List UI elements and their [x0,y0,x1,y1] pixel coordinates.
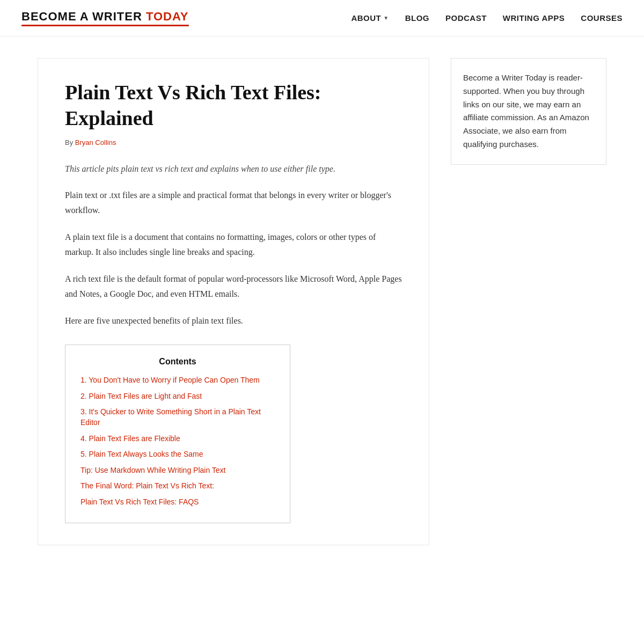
author-name: Bryan Collins [75,138,116,147]
page-wrapper: Plain Text Vs Rich Text Files: Explained… [16,36,628,567]
list-item: 4. Plain Text Files are Flexible [80,434,275,444]
table-of-contents: Contents 1. You Don't Have to Worry if P… [65,345,290,523]
nav-item-about[interactable]: ABOUT ▼ [351,13,389,23]
logo-text-highlight: TODAY [146,10,189,23]
toc-label-1: 1. You Don't Have to Worry if People Can… [80,376,260,384]
author-prefix: By [65,138,75,147]
toc-link-1[interactable]: 1. You Don't Have to Worry if People Can… [80,376,260,384]
nav-item-courses[interactable]: COURSES [581,13,623,23]
site-logo[interactable]: BECOME A WRITER TODAY [21,10,189,26]
article-title: Plain Text Vs Rich Text Files: Explained [65,80,402,131]
nav-label-writing-apps: WRITING APPS [503,13,565,23]
toc-label-2: 2. Plain Text Files are Light and Fast [80,392,202,400]
toc-title: Contents [80,357,275,367]
article-paragraph-2: A plain text file is a document that con… [65,230,402,260]
toc-label-3: 3. It's Quicker to Write Something Short… [80,407,261,427]
list-item: The Final Word: Plain Text Vs Rich Text: [80,481,275,492]
logo-text-before: BECOME A WRITER [21,10,146,23]
toc-link-5[interactable]: 5. Plain Text Always Looks the Same [80,450,203,458]
list-item: 1. You Don't Have to Worry if People Can… [80,375,275,386]
chevron-down-icon: ▼ [383,15,389,21]
article-paragraph-1: Plain text or .txt files are a simple an… [65,188,402,218]
article-main: Plain Text Vs Rich Text Files: Explained… [38,58,429,545]
toc-link-final[interactable]: The Final Word: Plain Text Vs Rich Text: [80,481,214,490]
nav-item-podcast[interactable]: PODCAST [445,13,487,23]
nav-label-courses: COURSES [581,13,623,23]
nav-item-writing-apps[interactable]: WRITING APPS [503,13,565,23]
toc-link-3[interactable]: 3. It's Quicker to Write Something Short… [80,407,261,427]
toc-label-tip: Tip: Use Markdown While Writing Plain Te… [80,466,226,474]
article-body: Plain text or .txt files are a simple an… [65,188,402,328]
toc-link-2[interactable]: 2. Plain Text Files are Light and Fast [80,392,202,400]
list-item: 5. Plain Text Always Looks the Same [80,449,275,460]
nav-label-podcast: PODCAST [445,13,487,23]
nav-label-blog: BLOG [405,13,429,23]
toc-list: 1. You Don't Have to Worry if People Can… [80,375,275,507]
toc-label-final: The Final Word: Plain Text Vs Rich Text: [80,481,214,490]
list-item: 2. Plain Text Files are Light and Fast [80,391,275,402]
article-paragraph-4: Here are five unexpected benefits of pla… [65,313,402,328]
list-item: Plain Text Vs Rich Text Files: FAQS [80,497,275,508]
logo-underline [21,25,189,26]
toc-label-5: 5. Plain Text Always Looks the Same [80,450,203,458]
toc-link-4[interactable]: 4. Plain Text Files are Flexible [80,434,180,443]
article-intro: This article pits plain text vs rich tex… [65,162,402,176]
nav-item-blog[interactable]: BLOG [405,13,429,23]
list-item: 3. It's Quicker to Write Something Short… [80,407,275,428]
list-item: Tip: Use Markdown While Writing Plain Te… [80,465,275,476]
toc-label-4: 4. Plain Text Files are Flexible [80,434,180,443]
affiliate-disclosure-text: Become a Writer Today is reader-supporte… [463,71,594,151]
toc-label-faqs: Plain Text Vs Rich Text Files: FAQS [80,497,199,506]
nav-label-about: ABOUT [351,13,381,23]
main-nav: ABOUT ▼ BLOG PODCAST WRITING APPS COURSE… [351,13,623,23]
article-author: By Bryan Collins [65,138,402,147]
toc-link-tip[interactable]: Tip: Use Markdown While Writing Plain Te… [80,466,226,474]
site-header: BECOME A WRITER TODAY ABOUT ▼ BLOG PODCA… [0,0,644,36]
sidebar: Become a Writer Today is reader-supporte… [451,58,606,165]
author-link[interactable]: Bryan Collins [75,138,116,147]
toc-link-faqs[interactable]: Plain Text Vs Rich Text Files: FAQS [80,497,199,506]
affiliate-disclosure-box: Become a Writer Today is reader-supporte… [451,58,606,165]
article-paragraph-3: A rich text file is the default format o… [65,272,402,302]
